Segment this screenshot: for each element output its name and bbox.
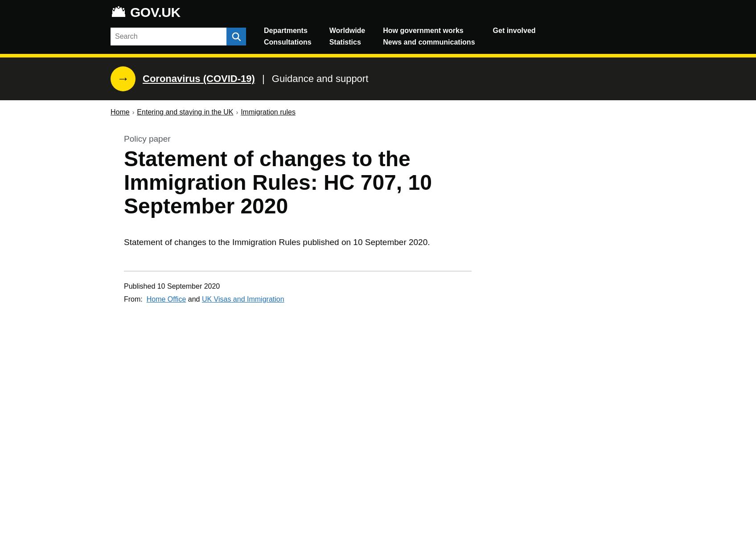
svg-line-5 (238, 38, 240, 40)
breadcrumb-immigration-link[interactable]: Immigration rules (241, 108, 296, 116)
nav-get-involved[interactable]: Get involved (493, 25, 536, 37)
chevron-icon-2: › (236, 109, 238, 116)
nav-how-gov-works[interactable]: How government works (383, 25, 475, 37)
search-input[interactable] (111, 28, 226, 45)
breadcrumb-area: Home › Entering and staying in the UK › … (0, 100, 756, 116)
svg-point-2 (118, 6, 119, 8)
main-nav: Departments Consultations Worldwide Stat… (264, 25, 554, 48)
covid-link[interactable]: Coronavirus (COVID-19) (143, 73, 255, 84)
nav-consultations[interactable]: Consultations (264, 37, 312, 48)
breadcrumb-item-entering: Entering and staying in the UK › (137, 108, 238, 116)
chevron-icon: › (132, 109, 135, 116)
breadcrumb-item-home: Home › (111, 108, 134, 116)
document-type: Policy paper (124, 134, 472, 144)
covid-banner: → Coronavirus (COVID-19) | Guidance and … (0, 57, 756, 100)
covid-banner-text: Coronavirus (COVID-19) | Guidance and su… (143, 73, 368, 85)
nav-col-2: Worldwide Statistics (329, 25, 366, 48)
nav-statistics[interactable]: Statistics (329, 37, 366, 48)
svg-rect-0 (112, 14, 125, 17)
covid-separator: | (262, 73, 265, 84)
nav-col-3: How government works News and communicat… (383, 25, 475, 48)
from-label: From: (124, 295, 143, 303)
page-description: Statement of changes to the Immigration … (124, 236, 472, 249)
search-form (111, 28, 246, 45)
main-content: Policy paper Statement of changes to the… (0, 116, 756, 332)
svg-point-1 (113, 8, 115, 10)
crown-icon (111, 4, 127, 20)
breadcrumb-home-link[interactable]: Home (111, 108, 130, 116)
site-logo[interactable]: GOV.UK (130, 5, 181, 20)
arrow-right-icon: → (117, 73, 129, 85)
nav-departments[interactable]: Departments (264, 25, 312, 37)
section-divider (124, 271, 472, 271)
meta-info: Published 10 September 2020 From: Home O… (124, 280, 472, 306)
covid-guidance-text: Guidance and support (272, 73, 369, 84)
nav-news-comms[interactable]: News and communications (383, 37, 475, 48)
breadcrumb: Home › Entering and staying in the UK › … (111, 108, 645, 116)
nav-worldwide[interactable]: Worldwide (329, 25, 366, 37)
breadcrumb-entering-link[interactable]: Entering and staying in the UK (137, 108, 233, 116)
from-info: From: Home Office and UK Visas and Immig… (124, 293, 472, 306)
breadcrumb-item-immigration: Immigration rules (241, 108, 296, 116)
covid-arrow-icon: → (111, 66, 136, 91)
from-and: and (188, 295, 200, 303)
nav-col-1: Departments Consultations (264, 25, 312, 48)
site-header: GOV.UK Departments Consultations Worl (0, 0, 756, 54)
yellow-bar (0, 54, 756, 57)
uk-visas-link[interactable]: UK Visas and Immigration (202, 295, 284, 303)
nav-col-4: Get involved (493, 25, 536, 48)
home-office-link[interactable]: Home Office (147, 295, 186, 303)
published-date: Published 10 September 2020 (124, 280, 472, 293)
search-icon (232, 32, 241, 41)
search-button[interactable] (226, 28, 246, 45)
svg-point-3 (123, 8, 124, 10)
page-title: Statement of changes to the Immigration … (124, 147, 472, 218)
